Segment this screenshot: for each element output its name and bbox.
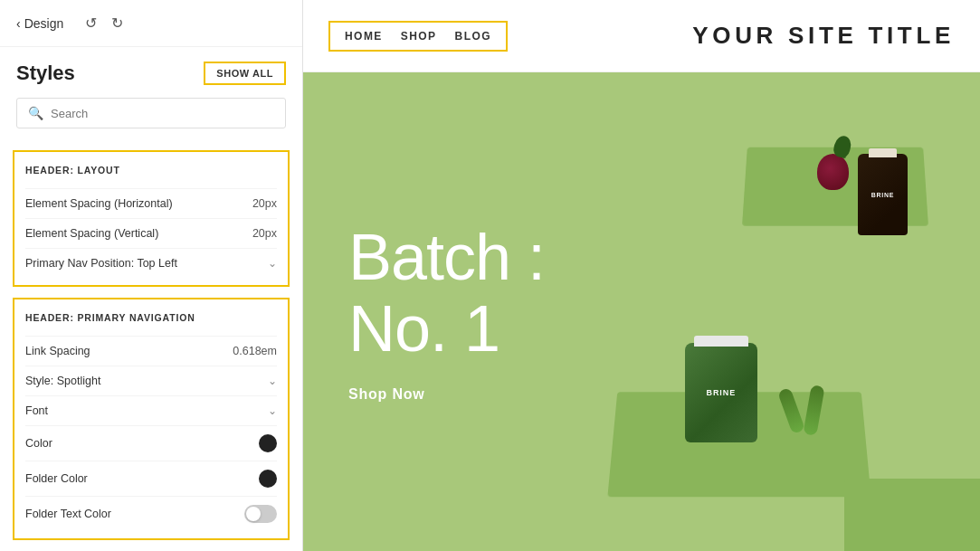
back-label: Design: [24, 16, 64, 31]
styles-title: Styles: [16, 62, 75, 85]
folder-color-label: Folder Color: [25, 472, 88, 485]
top-bar: ‹ Design ↺ ↻: [0, 0, 302, 47]
jar-lid: [694, 336, 748, 347]
header-nav-section: HEADER: PRIMARY NAVIGATION Link Spacing …: [13, 298, 290, 540]
search-input[interactable]: [51, 107, 274, 120]
style-label: Style: Spotlight: [25, 375, 100, 387]
styles-header: Styles SHOW ALL: [0, 47, 302, 94]
color-label: Color: [25, 437, 52, 450]
property-row: Element Spacing (Vertical) 20px: [25, 218, 277, 248]
hero-products: BRINE BRINE: [540, 72, 980, 551]
site-title: YOUR SITE TITLE: [692, 22, 955, 50]
property-row: Element Spacing (Horizontal) 20px: [25, 188, 277, 218]
chevron-down-icon: ⌄: [268, 404, 277, 417]
redo-button[interactable]: ↻: [106, 13, 128, 33]
right-panel: HOME SHOP BLOG YOUR SITE TITLE Batch : N…: [303, 0, 980, 551]
back-button[interactable]: ‹ Design: [16, 16, 63, 31]
primary-nav-position-row[interactable]: Primary Nav Position: Top Left ⌄: [25, 248, 277, 278]
search-icon: 🔍: [28, 106, 43, 120]
bottle-product: BRINE: [858, 154, 908, 235]
color-row[interactable]: Color: [25, 425, 277, 461]
nav-item-shop[interactable]: SHOP: [401, 30, 437, 43]
jar-label: BRINE: [707, 388, 737, 397]
folder-text-color-label: Folder Text Color: [25, 508, 111, 520]
hero-heading: Batch : No. 1: [348, 221, 545, 364]
property-label: Element Spacing (Vertical): [25, 227, 158, 240]
folder-text-color-row[interactable]: Folder Text Color: [25, 496, 277, 531]
hero-heading-line2: No. 1: [348, 292, 500, 365]
panel-content: HEADER: LAYOUT Element Spacing (Horizont…: [0, 139, 302, 551]
font-row[interactable]: Font ⌄: [25, 395, 277, 425]
bottle-label: BRINE: [871, 192, 894, 198]
color-value: [259, 434, 277, 452]
header-nav-title: HEADER: PRIMARY NAVIGATION: [25, 312, 277, 323]
property-value: 20px: [252, 227, 277, 240]
folder-color-value: [259, 470, 277, 488]
hero-cta-button[interactable]: Shop Now: [348, 386, 545, 403]
link-spacing-value: 0.618em: [233, 345, 277, 357]
show-all-button[interactable]: SHOW ALL: [204, 62, 286, 85]
folder-color-swatch[interactable]: [259, 470, 277, 488]
header-layout-section: HEADER: LAYOUT Element Spacing (Horizont…: [13, 150, 290, 287]
link-spacing-row: Link Spacing 0.618em: [25, 336, 277, 366]
undo-button[interactable]: ↺: [80, 13, 102, 33]
link-spacing-label: Link Spacing: [25, 345, 90, 357]
folder-text-color-value: [244, 505, 277, 523]
style-value: ⌄: [268, 375, 277, 387]
preview-hero: Batch : No. 1 Shop Now BRINE BRINE: [303, 72, 980, 551]
chevron-down-icon: ⌄: [268, 257, 277, 270]
search-bar: 🔍: [16, 98, 286, 128]
left-panel: ‹ Design ↺ ↻ Styles SHOW ALL 🔍 HEADER: L…: [0, 0, 303, 551]
shelf-right: [844, 479, 980, 551]
jar-product: BRINE: [685, 343, 757, 442]
folder-color-row[interactable]: Folder Color: [25, 461, 277, 496]
property-value: ⌄: [268, 257, 277, 270]
beet-product: [817, 154, 849, 190]
hero-heading-line1: Batch :: [348, 220, 545, 292]
preview-header: HOME SHOP BLOG YOUR SITE TITLE: [303, 0, 980, 72]
nav-item-blog[interactable]: BLOG: [455, 30, 491, 43]
nav-box: HOME SHOP BLOG: [328, 21, 508, 52]
chevron-left-icon: ‹: [16, 16, 21, 31]
bottle-cap: [869, 148, 897, 157]
nav-item-home[interactable]: HOME: [345, 30, 383, 43]
property-value: 20px: [252, 197, 277, 210]
toggle-switch[interactable]: [244, 505, 277, 523]
history-controls: ↺ ↻: [80, 13, 128, 33]
hero-text-block: Batch : No. 1 Shop Now: [348, 221, 545, 402]
chevron-down-icon: ⌄: [268, 375, 277, 387]
style-row[interactable]: Style: Spotlight ⌄: [25, 366, 277, 395]
color-swatch[interactable]: [259, 434, 277, 452]
header-layout-title: HEADER: LAYOUT: [25, 165, 277, 176]
font-value: ⌄: [268, 404, 277, 417]
property-label: Element Spacing (Horizontal): [25, 197, 173, 210]
font-label: Font: [25, 404, 48, 417]
property-label: Primary Nav Position: Top Left: [25, 257, 177, 270]
